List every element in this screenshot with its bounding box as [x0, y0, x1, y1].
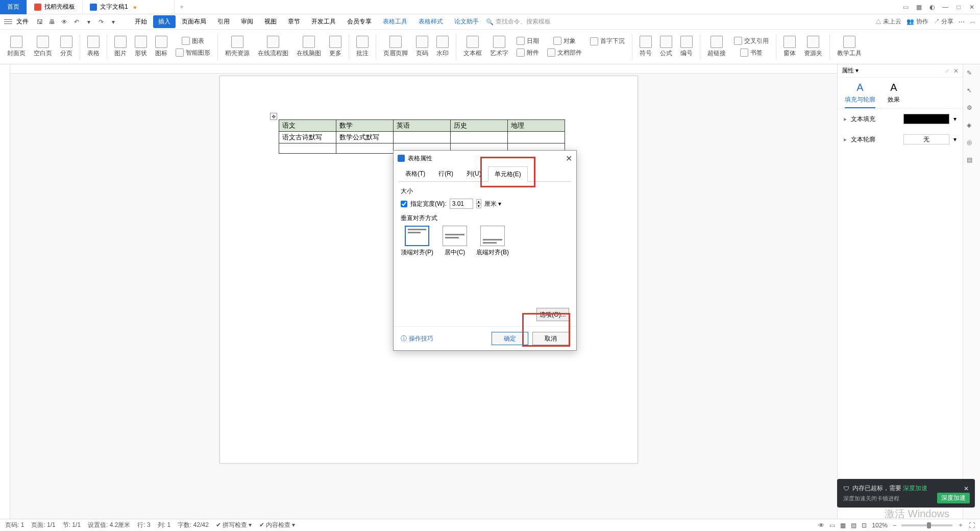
save-icon[interactable]: 🖫 [35, 17, 45, 27]
ribbon-tab-context[interactable]: 表格工具 [378, 15, 412, 28]
ribbon-tab[interactable]: 审阅 [236, 15, 258, 28]
status-section[interactable]: 节: 1/1 [63, 521, 81, 529]
toast-action-button[interactable]: 深度加速 [937, 493, 970, 503]
table-move-handle-icon[interactable]: ✥ [270, 113, 277, 120]
horizontal-ruler[interactable] [10, 64, 980, 74]
rib-hyperlink[interactable]: 超链接 [704, 35, 729, 59]
rib-shape[interactable]: 形状 [132, 35, 150, 59]
tips-link[interactable]: ⓘ 操作技巧 [401, 334, 433, 343]
status-spellcheck[interactable]: ✔ 拼写检查 ▾ [216, 521, 252, 529]
rib-chart[interactable]: 图表 [173, 36, 213, 46]
panel-close-icon[interactable]: ✕ [953, 67, 959, 75]
ribbon-tab-context[interactable]: 论文助手 [449, 15, 484, 28]
table-cell[interactable]: 语文古诗默写 [279, 132, 336, 143]
table-cell[interactable] [451, 132, 508, 143]
rib-attach[interactable]: 附件 [513, 47, 542, 58]
dialog-titlebar[interactable]: 表格属性 ✕ [394, 151, 576, 166]
table-cell[interactable]: 历史 [451, 120, 508, 132]
ribbon-tab-insert[interactable]: 插入 [153, 15, 176, 28]
pin-icon[interactable]: ⟋ [944, 67, 950, 75]
toast-close-button[interactable]: ✕ [964, 485, 969, 492]
ribbon-tab[interactable]: 引用 [212, 15, 235, 28]
table-cell[interactable] [279, 143, 336, 154]
ok-button[interactable]: 确定 [492, 332, 528, 345]
undo-icon[interactable]: ↶ [71, 17, 82, 27]
settings-icon[interactable]: ⚙ [967, 104, 977, 114]
tab-document[interactable]: 文字文稿1 ● [83, 0, 175, 14]
options-button[interactable]: 选项(O)... [536, 308, 569, 321]
rib-blank[interactable]: 空白页 [31, 35, 55, 59]
command-search[interactable]: 🔍 查找命令、搜索模板 [486, 17, 551, 26]
ribbon-tab[interactable]: 视图 [259, 15, 282, 28]
zoom-slider[interactable] [901, 524, 952, 526]
dialog-tab-column[interactable]: 列(U) [460, 166, 488, 181]
dropdown-icon[interactable]: ▾ [953, 136, 957, 143]
rib-pic[interactable]: 图片 [111, 35, 130, 59]
text-outline-row[interactable]: ▸ 文本轮廓 无▾ [838, 129, 963, 150]
status-page[interactable]: 页面: 1/1 [31, 521, 55, 529]
view-eye-icon[interactable]: 👁 [818, 522, 824, 529]
rib-docparts[interactable]: 文档部件 [544, 47, 585, 58]
width-spinner[interactable]: ▲▼ [476, 199, 481, 208]
view-mode-icon[interactable]: ▤ [851, 522, 856, 529]
rib-symbol[interactable]: 符号 [636, 35, 655, 59]
add-tab-button[interactable]: ＋ [175, 3, 189, 11]
table-cell[interactable] [336, 143, 394, 154]
rib-more[interactable]: 更多 [326, 35, 345, 59]
status-chars[interactable]: 字数: 42/42 [178, 521, 209, 529]
cancel-button[interactable]: 取消 [532, 332, 569, 345]
rib-equation[interactable]: 公式 [657, 35, 675, 59]
more-icon[interactable]: ⋯ [959, 18, 965, 26]
dialog-close-button[interactable]: ✕ [566, 154, 572, 163]
cloud-status[interactable]: △ 未上云 [875, 17, 901, 26]
rib-table[interactable]: 表格 [84, 35, 103, 59]
user-icon[interactable]: ◐ [926, 2, 938, 12]
ribbon-tab[interactable]: 页面布局 [177, 15, 211, 28]
table-cell[interactable] [394, 132, 451, 143]
collapse-ribbon-icon[interactable]: ︿ [970, 17, 976, 26]
rib-dropcap[interactable]: 首字下沉 [587, 36, 628, 46]
rib-break[interactable]: 分页 [57, 35, 76, 59]
view-mode-icon[interactable]: ▦ [840, 522, 846, 529]
rib-header-footer[interactable]: 页眉页脚 [380, 35, 411, 59]
rib-resfolder[interactable]: 资源夹 [801, 35, 825, 59]
zoom-out-button[interactable]: − [893, 522, 896, 529]
ribbon-tab[interactable]: 开发工具 [306, 15, 341, 28]
redo-icon[interactable]: ↷ [96, 17, 106, 27]
rib-comment[interactable]: 批注 [353, 35, 372, 59]
dialog-tab-cell[interactable]: 单元格(E) [488, 166, 528, 182]
zoom-in-button[interactable]: ＋ [958, 521, 964, 529]
share-button[interactable]: ↗ 分享 [934, 17, 953, 26]
view-mode-icon[interactable]: ▭ [829, 522, 835, 529]
zoom-level[interactable]: 102% [872, 522, 888, 529]
minimize-button[interactable]: — [939, 2, 951, 12]
prop-tab-effect[interactable]: A 效果 [888, 82, 900, 108]
close-button[interactable]: ✕ [966, 2, 978, 12]
vertical-ruler[interactable] [0, 64, 10, 519]
rib-bookmark[interactable]: 书签 [731, 47, 772, 58]
ribbon-tab[interactable]: 开始 [130, 15, 152, 28]
rib-icons[interactable]: 图标 [152, 35, 170, 59]
prop-tab-fill[interactable]: A 填充与轮廓 [845, 82, 875, 108]
status-page-no[interactable]: 页码: 1 [5, 521, 24, 529]
dropdown-icon[interactable]: ▾ [108, 17, 118, 27]
rib-textbox[interactable]: 文本框 [460, 35, 485, 59]
status-doccheck[interactable]: ✔ 内容检查 ▾ [259, 521, 296, 529]
rib-flow[interactable]: 在线流程图 [255, 35, 291, 59]
document-table[interactable]: 语文 数学 英语 历史 地理 语文古诗默写 数学公式默写 [279, 119, 565, 154]
width-input[interactable] [450, 199, 473, 209]
rib-cover[interactable]: 封面页 [4, 35, 29, 59]
apps-icon[interactable]: ▦ [913, 2, 925, 12]
align-top-option[interactable]: 顶端对齐(P) [401, 226, 433, 257]
rib-watermark[interactable]: 水印 [433, 35, 452, 59]
fullscreen-icon[interactable]: ⛶ [969, 522, 975, 529]
rib-form[interactable]: 窗体 [780, 35, 799, 59]
rib-wordart[interactable]: 艺术字 [487, 35, 511, 59]
maximize-button[interactable]: □ [952, 2, 965, 12]
specify-width-checkbox[interactable] [401, 201, 407, 207]
book-icon[interactable]: ▤ [967, 156, 977, 166]
file-menu[interactable]: 文件 [16, 17, 29, 26]
table-cell[interactable]: 数学 [336, 120, 394, 132]
rib-smartart[interactable]: 智能图形 [173, 47, 213, 58]
layout-icon[interactable]: ▭ [899, 2, 912, 12]
